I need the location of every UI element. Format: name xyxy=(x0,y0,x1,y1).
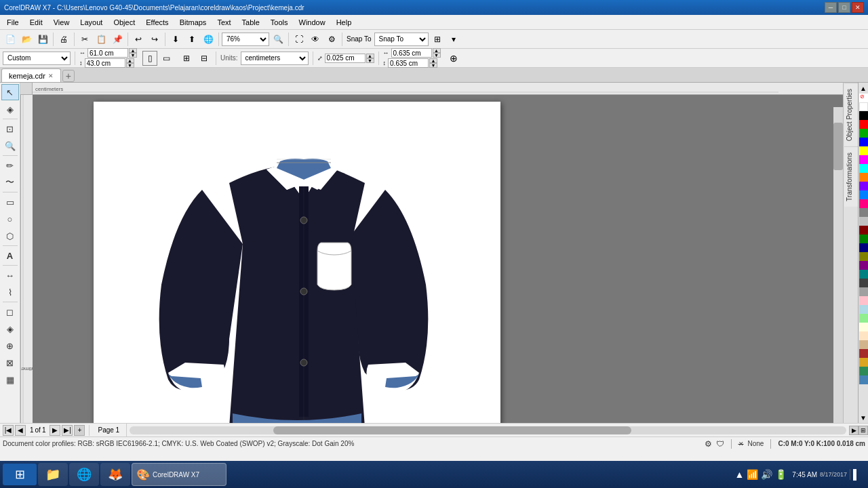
portrait-button[interactable]: ▯ xyxy=(142,51,157,66)
firefox-app[interactable]: 🦊 xyxy=(100,463,130,486)
y-down[interactable]: ▼ xyxy=(429,63,437,68)
height-up[interactable]: ▲ xyxy=(126,58,134,63)
file-explorer-app[interactable]: 📁 xyxy=(38,463,68,486)
menu-object[interactable]: Object xyxy=(108,17,140,28)
tab-kemeja[interactable]: kemeja.cdr ✕ xyxy=(1,68,61,82)
swatch-lightblue[interactable] xyxy=(859,190,868,199)
add-page-nav-button[interactable]: + xyxy=(74,425,85,436)
swatch-darkred[interactable] xyxy=(859,226,868,235)
swatch-tan[interactable] xyxy=(859,340,868,349)
export-button[interactable]: ⬆ xyxy=(184,32,199,47)
open-button[interactable]: 📂 xyxy=(19,32,34,47)
swatch-goldenrod[interactable] xyxy=(859,358,868,367)
vertical-scroll-thumb[interactable] xyxy=(833,123,843,170)
swatch-steelblue[interactable] xyxy=(859,375,868,384)
swatch-brown[interactable] xyxy=(859,349,868,358)
swatch-teal[interactable] xyxy=(859,270,868,279)
swatch-olive[interactable] xyxy=(859,252,868,261)
zoom-fit-button[interactable]: ⊞ xyxy=(859,426,868,435)
swatch-orange[interactable] xyxy=(859,173,868,182)
tab-close-button[interactable]: ✕ xyxy=(48,73,54,79)
show-desktop-button[interactable]: ▌ xyxy=(850,469,860,480)
menu-help[interactable]: Help xyxy=(331,17,357,28)
crop-tool-button[interactable]: ⊡ xyxy=(1,121,19,137)
transparency-tool-button[interactable]: ◈ xyxy=(1,321,19,337)
snap-icon[interactable]: ⊞ xyxy=(430,32,445,47)
width-input[interactable] xyxy=(87,48,128,58)
dimension-tool-button[interactable]: ↔ xyxy=(1,267,19,283)
clock-time[interactable]: 7:45 AM xyxy=(792,471,817,479)
swatch-darkblue[interactable] xyxy=(859,243,868,252)
menu-view[interactable]: View xyxy=(48,17,75,28)
swatch-lightyellow[interactable] xyxy=(859,323,868,331)
page-preset-dropdown[interactable]: Custom xyxy=(3,52,71,65)
y-up[interactable]: ▲ xyxy=(429,58,437,63)
swatch-purple[interactable] xyxy=(859,182,868,190)
maximize-button[interactable]: □ xyxy=(838,2,850,13)
menu-layout[interactable]: Layout xyxy=(75,17,108,28)
add-tab-button[interactable]: + xyxy=(62,70,75,82)
swatch-lightblue2[interactable] xyxy=(859,305,868,314)
start-button[interactable]: ⊞ xyxy=(3,464,37,485)
units-dropdown[interactable]: centimeters xyxy=(241,52,309,65)
save-button[interactable]: 💾 xyxy=(35,32,50,47)
zoom-tool-button[interactable]: 🔍 xyxy=(1,138,19,154)
copy-button[interactable]: 📋 xyxy=(94,32,108,47)
network-icon[interactable]: 📶 xyxy=(747,469,758,480)
freehand-tool-button[interactable]: ✏ xyxy=(1,157,19,174)
snap-to-dropdown[interactable]: Snap To xyxy=(374,33,429,46)
text-tool-button[interactable]: A xyxy=(1,247,19,264)
ie-app[interactable]: 🌐 xyxy=(69,463,99,486)
menu-table[interactable]: Table xyxy=(237,17,265,28)
zoom-dropdown[interactable]: 76% 50%75%100%150%200% xyxy=(222,33,269,46)
select-tool-button[interactable]: ↖ xyxy=(1,84,19,100)
width-down[interactable]: ▼ xyxy=(129,53,137,58)
nudge-up[interactable]: ▲ xyxy=(366,54,374,58)
swatch-maroon[interactable] xyxy=(859,261,868,270)
ellipse-tool-button[interactable]: ○ xyxy=(1,211,19,227)
bleed-button[interactable]: ⊟ xyxy=(197,51,212,66)
first-page-button[interactable]: |◀ xyxy=(3,425,14,436)
swatch-darkgreen[interactable] xyxy=(859,235,868,243)
swatch-silver[interactable] xyxy=(859,217,868,226)
swatch-blue[interactable] xyxy=(859,138,868,146)
print-button[interactable]: 🖨 xyxy=(56,32,71,47)
swatch-cyan[interactable] xyxy=(859,164,868,173)
shape-tool-button[interactable]: ◈ xyxy=(1,101,19,117)
connector-tool-button[interactable]: ⌇ xyxy=(1,284,19,300)
drawing-canvas[interactable]: .shirt-body { fill: #1a1a2e; } .shirt-co… xyxy=(33,95,843,423)
prev-page-button[interactable]: ◀ xyxy=(15,425,26,436)
landscape-button[interactable]: ▭ xyxy=(159,51,174,66)
clock-date[interactable]: 8/17/2017 xyxy=(820,471,847,478)
polygon-tool-button[interactable]: ⬡ xyxy=(1,228,19,244)
swatch-lightgray[interactable] xyxy=(859,287,868,296)
swatch-black[interactable] xyxy=(859,111,868,120)
swatch-bisque[interactable] xyxy=(859,331,868,340)
transformations-tab[interactable]: Transformations xyxy=(844,146,858,207)
menu-text[interactable]: Text xyxy=(212,17,236,28)
swatch-red[interactable] xyxy=(859,120,868,129)
menu-edit[interactable]: Edit xyxy=(24,17,48,28)
next-page-button[interactable]: ▶ xyxy=(50,425,60,436)
horizontal-scroll-thumb[interactable] xyxy=(273,426,631,434)
x-down[interactable]: ▼ xyxy=(433,53,441,58)
swatch-yellow[interactable] xyxy=(859,146,868,155)
scroll-right-button[interactable]: ▶ xyxy=(849,426,859,435)
object-properties-tab[interactable]: Object Properties xyxy=(844,83,858,146)
nudge-down[interactable]: ▼ xyxy=(366,58,374,63)
fill-tool-button[interactable]: ⊠ xyxy=(1,354,19,371)
height-down[interactable]: ▼ xyxy=(126,63,134,68)
height-input[interactable] xyxy=(85,58,125,68)
palette-scroll-down[interactable]: ▼ xyxy=(860,412,867,423)
swatch-lightpink[interactable] xyxy=(859,296,868,305)
swatch-gray[interactable] xyxy=(859,208,868,217)
battery-icon[interactable]: 🔋 xyxy=(775,469,787,480)
options-button[interactable]: ⚙ xyxy=(324,32,339,47)
menu-tools[interactable]: Tools xyxy=(265,17,294,28)
eyedropper-tool-button[interactable]: ⊕ xyxy=(1,338,19,354)
cut-button[interactable]: ✂ xyxy=(77,32,92,47)
swatch-green[interactable] xyxy=(859,129,868,138)
menu-window[interactable]: Window xyxy=(294,17,331,28)
palette-scroll-up[interactable]: ▲ xyxy=(860,83,867,94)
minimize-button[interactable]: ─ xyxy=(825,2,837,13)
